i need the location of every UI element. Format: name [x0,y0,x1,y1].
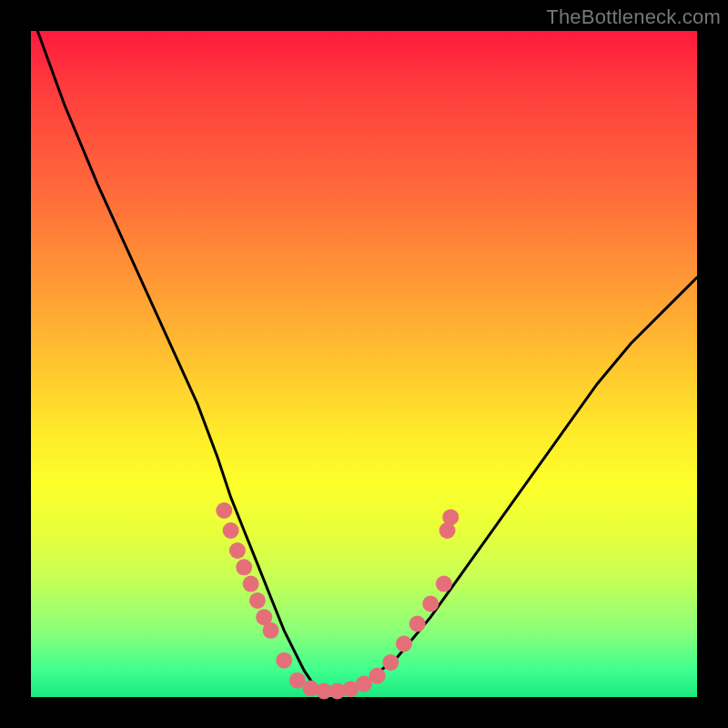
curve-layer [31,31,697,697]
curve-marker [422,596,439,612]
curve-marker [229,542,246,559]
chart-frame: TheBottleneck.com [0,0,728,728]
curve-marker [223,522,239,539]
curve-marker [382,654,399,671]
curve-marker [249,592,266,609]
curve-marker [243,576,259,592]
curve-marker [436,576,452,592]
curve-marker [216,502,232,519]
curve-marker [369,668,386,684]
plot-area [31,31,697,697]
watermark-text: TheBottleneck.com [546,5,721,29]
curve-marker [276,652,292,669]
curve-marker [263,622,279,639]
curve-marker [410,616,426,632]
curve-marker [442,509,459,525]
bottleneck-curve [37,31,697,692]
curve-marker [396,635,412,652]
curve-markers [216,502,459,699]
curve-marker [236,559,252,575]
